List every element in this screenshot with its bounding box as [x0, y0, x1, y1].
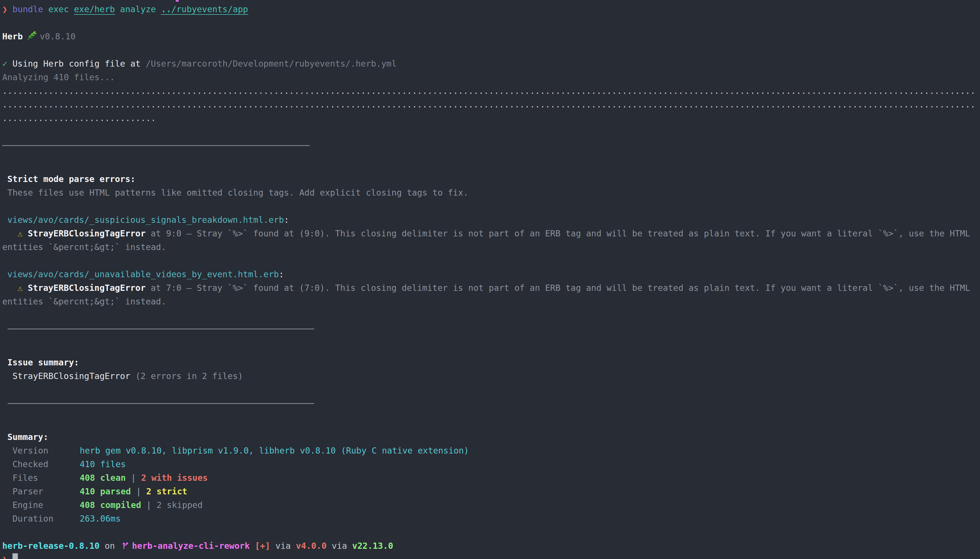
diagnostic-message-line: ⚠StrayERBClosingTagError at 9:0 – Stray …	[0, 227, 980, 240]
summary-label: Parser	[12, 485, 79, 498]
command-action: analyze	[115, 4, 161, 14]
summary-row-duration: Duration263.06ms	[0, 512, 980, 526]
summary-label: Engine	[12, 498, 79, 512]
command-program: bundle	[12, 4, 48, 14]
warning-icon: ⚠	[18, 283, 23, 293]
current-directory: herb-release-0.8.10	[2, 541, 99, 551]
summary-row-checked: Checked410 files	[0, 458, 980, 471]
issue-summary-title: Issue summary:	[7, 357, 79, 367]
summary-row-version: Versionherb gem v0.8.10, libprism v1.9.0…	[0, 444, 980, 458]
diagnostic-detail-continued: entities `&percnt;&gt;` instead.	[2, 242, 166, 252]
diagnostic-error-name: StrayERBClosingTagError	[28, 283, 146, 293]
strict-errors-title-line: Strict mode parse errors:	[0, 172, 980, 186]
via-label: via	[275, 541, 296, 551]
config-path[interactable]: /Users/marcoroth/Development/rubyevents/…	[146, 59, 397, 69]
node-version: v22.13.0	[352, 541, 393, 551]
block-cursor[interactable]	[12, 553, 18, 559]
diagnostic-message-continuation: entities `&percnt;&gt;` instead.	[0, 240, 980, 254]
input-line[interactable]: ❯	[0, 553, 980, 559]
issue-error-count: (2 errors in 2 files)	[130, 371, 243, 381]
summary-value-issues: 2 with issues	[141, 473, 208, 483]
strict-errors-description: These files use HTML patterns like omitt…	[7, 188, 468, 198]
summary-label: Duration	[12, 512, 79, 526]
diagnostic-file-colon: :	[279, 269, 284, 279]
app-header-line: Herbv0.8.10	[0, 30, 980, 43]
divider-line	[0, 145, 980, 159]
clipped-previous-line-artifact	[176, 0, 179, 2]
blank-line	[0, 43, 980, 57]
analyzing-line: Analyzing 410 files...	[0, 71, 980, 84]
ruby-version: v4.0.0	[296, 541, 326, 551]
section-divider	[2, 145, 310, 146]
summary-label: Checked	[12, 458, 79, 471]
command-target-path[interactable]: ../rubyevents/app	[161, 4, 248, 14]
diagnostic-file-colon: :	[284, 215, 289, 225]
blank-line	[0, 417, 980, 430]
summary-value-parsed: 410 parsed	[79, 486, 131, 496]
app-version: v0.8.10	[40, 31, 75, 41]
diagnostic-detail-continued: entities `&percnt;&gt;` instead.	[2, 296, 166, 306]
analyzing-text: Analyzing 410 files...	[2, 72, 115, 82]
command-subcommand: exec	[48, 4, 74, 14]
strict-errors-title: Strict mode parse errors:	[7, 174, 136, 184]
git-branch-icon	[121, 541, 129, 550]
blank-line	[0, 254, 980, 268]
section-divider	[8, 403, 314, 404]
progress-dots-row: ..............................	[0, 111, 980, 125]
check-icon: ✓	[2, 59, 7, 69]
herb-leaf-icon	[26, 30, 37, 41]
blank-line	[0, 383, 980, 397]
blank-line	[0, 125, 980, 139]
diagnostic-file-path[interactable]: views/avo/cards/_suspicious_signals_brea…	[7, 215, 284, 225]
diagnostic-message-continuation: entities `&percnt;&gt;` instead.	[0, 295, 980, 308]
prompt-icon: ❯	[2, 4, 7, 14]
summary-row-parser: Parser410 parsed | 2 strict	[0, 485, 980, 498]
prompt-icon: ❯	[2, 554, 7, 559]
divider-line	[0, 329, 980, 342]
blank-line	[0, 159, 980, 172]
via-label: via	[327, 541, 352, 551]
summary-title-line: Summary:	[0, 430, 980, 444]
git-branch-name: herb-analyze-cli-rework	[132, 541, 250, 551]
diagnostic-error-name: StrayERBClosingTagError	[28, 228, 146, 238]
divider-line	[0, 403, 980, 417]
on-label: on	[99, 541, 120, 551]
summary-separator: |	[141, 500, 157, 510]
git-status-badge: [+]	[250, 541, 275, 551]
section-divider	[8, 329, 314, 329]
summary-value-clean: 408 clean	[79, 473, 126, 483]
status-bar: herb-release-0.8.10 on herb-analyze-cli-…	[0, 539, 980, 553]
diagnostic-file-line: views/avo/cards/_suspicious_signals_brea…	[0, 213, 980, 227]
summary-value: 263.06ms	[79, 514, 121, 524]
config-label: Using Herb config file at	[12, 59, 146, 69]
summary-row-engine: Engine408 compiled | 2 skipped	[0, 498, 980, 512]
issue-summary-item: StrayERBClosingTagError (2 errors in 2 f…	[0, 369, 980, 383]
summary-title: Summary:	[7, 432, 48, 442]
command-executable-path[interactable]: exe/herb	[74, 4, 115, 14]
summary-label: Files	[12, 471, 79, 485]
blank-line	[0, 342, 980, 356]
summary-label: Version	[12, 444, 79, 458]
terminal: ❯bundle exec exe/herb analyze ../rubyeve…	[0, 0, 980, 559]
blank-line	[0, 200, 980, 213]
warning-icon: ⚠	[18, 228, 23, 238]
progress-dots-row: ........................................…	[0, 84, 980, 98]
issue-error-name: StrayERBClosingTagError	[12, 371, 130, 381]
diagnostic-detail: at 7:0 – Stray `%>` found at (7:0). This…	[146, 283, 970, 293]
progress-dots-row: ........................................…	[0, 98, 980, 111]
command-line: ❯bundle exec exe/herb analyze ../rubyeve…	[0, 3, 980, 16]
blank-line	[0, 526, 980, 539]
summary-separator: |	[126, 473, 141, 483]
summary-value-strict: 2 strict	[146, 486, 187, 496]
config-line: ✓Using Herb config file at /Users/marcor…	[0, 57, 980, 71]
summary-value: herb gem v0.8.10, libprism v1.9.0, libhe…	[79, 446, 469, 456]
diagnostic-detail: at 9:0 – Stray `%>` found at (9:0). This…	[146, 228, 970, 238]
diagnostic-file-path[interactable]: views/avo/cards/_unavailable_videos_by_e…	[7, 269, 279, 279]
diagnostic-file-line: views/avo/cards/_unavailable_videos_by_e…	[0, 268, 980, 281]
strict-errors-description-line: These files use HTML patterns like omitt…	[0, 186, 980, 200]
summary-value-skipped: 2 skipped	[157, 500, 203, 510]
summary-row-files: Files408 clean | 2 with issues	[0, 471, 980, 485]
diagnostic-message-line: ⚠StrayERBClosingTagError at 7:0 – Stray …	[0, 281, 980, 295]
summary-value-compiled: 408 compiled	[79, 500, 141, 510]
summary-value: 410 files	[79, 459, 126, 469]
